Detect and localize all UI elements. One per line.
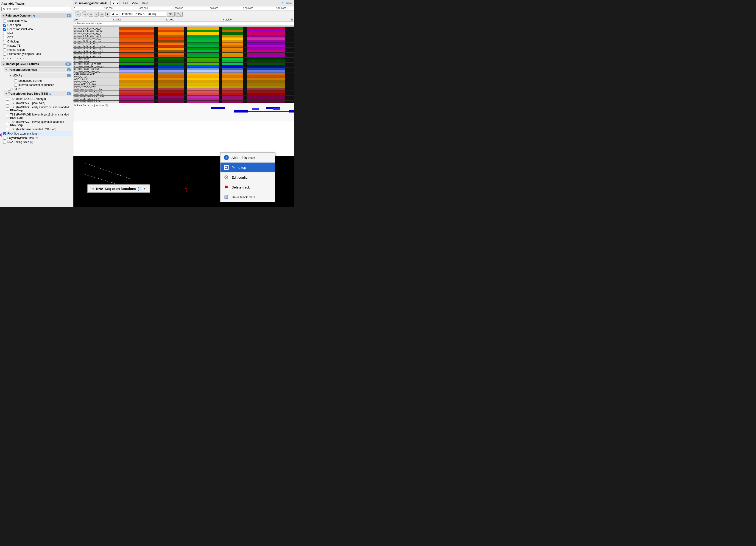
color-block — [247, 83, 285, 85]
triangle-icon5: ▼ — [5, 92, 7, 95]
zoom-out2-button[interactable]: − — [94, 12, 99, 17]
track-rna-checkbox[interactable] — [3, 32, 6, 35]
share-button[interactable]: ⟳ Share — [282, 2, 292, 5]
color-block — [158, 85, 184, 88]
genome-viewer: D. melanogaster (r6.49) ▼ File View Help… — [73, 0, 294, 207]
track-close-icon[interactable]: ⊗ — [74, 22, 76, 25]
track-natural-te-checkbox[interactable] — [3, 44, 6, 47]
track-tss-modencode-checkbox[interactable] — [6, 98, 9, 101]
track-btn-arrow-icon: ▼ — [143, 187, 146, 190]
color-block — [247, 70, 285, 73]
color-block — [119, 70, 154, 73]
track-seq-cdna: Sequenced cDNAs — [12, 79, 72, 83]
color-block — [247, 32, 285, 35]
track-poly-checkbox[interactable] — [3, 137, 6, 140]
color-block — [158, 80, 184, 83]
rna-editing-help-link[interactable]: [?] — [30, 141, 33, 143]
track-btn-close-icon[interactable]: ⊗ — [91, 187, 94, 190]
menu-item-delete[interactable]: ✖ Delete track — [220, 182, 275, 192]
track-inferred-label: Inferred transcript sequences — [18, 83, 54, 87]
tss-help-link[interactable]: [?] — [49, 92, 52, 95]
est-help-link[interactable]: [?] — [18, 88, 21, 90]
color-block — [222, 101, 243, 103]
menu-item-edit[interactable]: Edit config — [220, 172, 275, 182]
color-block — [187, 88, 219, 90]
heatmap-row-data — [119, 42, 294, 45]
color-block — [158, 55, 184, 57]
color-block — [247, 47, 285, 50]
heatmap-row-data — [119, 47, 294, 50]
menu-view[interactable]: View — [132, 1, 138, 5]
genome-version-select[interactable]: ▼ — [110, 1, 120, 5]
track-btn-help-link[interactable]: [?] — [138, 187, 142, 190]
section-cdna[interactable]: ▼ cDNA [?] 2 — [9, 73, 72, 78]
heatmap-row: embryos_16-18_hr_after_egg_ — [73, 47, 294, 50]
track-gene-transcript-checkbox[interactable] — [3, 28, 6, 31]
track-repeat-region-checkbox[interactable] — [3, 48, 6, 51]
red-arrow-icon: ↑ — [182, 184, 190, 196]
track-nucleotide-checkbox[interactable] — [3, 20, 6, 22]
heatmap-row: adult_female_eclosion_+_5_ — [73, 98, 294, 101]
reference-genome-help-link[interactable]: [?] — [31, 14, 35, 17]
zoom-in-button[interactable]: + — [100, 12, 104, 17]
tools-button[interactable]: 🔧 — [176, 12, 183, 17]
filter-input-container[interactable]: ✕ — [1, 7, 72, 11]
track-gene-span-checkbox[interactable] — [3, 24, 6, 27]
menu-file[interactable]: File — [123, 1, 128, 5]
color-block — [222, 32, 243, 35]
track-orthologs-checkbox[interactable] — [3, 40, 6, 43]
heatmap-row: adult_female_eclosion_+_1_day — [73, 95, 294, 98]
filter-clear-icon[interactable]: ✕ — [3, 7, 5, 11]
track-est-checkbox[interactable] — [8, 88, 11, 91]
section-transcript-level[interactable]: ▼ Transcript Level Features 12 — [1, 61, 72, 66]
section-transcript-sequences[interactable]: ▼ Transcript Sequences 3 — [4, 67, 72, 72]
nav-back-button[interactable]: ← — [75, 11, 81, 17]
section-reference-genome[interactable]: ▼ Reference Genome [?] 9 — [1, 13, 72, 18]
tracks-area[interactable]: ⊗ Developmental stages embryos_0-2_hr_af… — [73, 22, 294, 156]
menu-help[interactable]: Help — [142, 1, 148, 5]
color-block — [187, 68, 219, 70]
cdna-help-link[interactable]: [?] — [21, 74, 25, 77]
color-block — [222, 27, 243, 30]
track-seq-cdna-checkbox[interactable] — [14, 79, 17, 82]
color-block — [158, 75, 184, 78]
color-block — [247, 55, 285, 57]
go-button[interactable]: Go — [167, 12, 175, 17]
zoom-multiplier[interactable]: 41235 — [111, 12, 119, 17]
rna-seq-help-link[interactable]: [?] — [105, 104, 108, 107]
heatmap-container: embryos_0-2_hr_after_egg_lembryos_2-4_hr… — [73, 25, 294, 103]
poly-help-link[interactable]: [?] — [35, 137, 38, 139]
track-cytological-checkbox[interactable] — [3, 53, 6, 56]
zoom-out-button[interactable]: − — [89, 12, 93, 17]
track-cds-checkbox[interactable] — [3, 36, 6, 39]
track-inferred: Inferred transcript sequences — [12, 83, 72, 87]
track-rna-editing-checkbox[interactable] — [3, 141, 6, 144]
track-tss-rampage-larva-checkbox[interactable] — [6, 122, 9, 125]
menu-item-save[interactable]: Save track data — [220, 192, 275, 202]
track-nucleotide-label: Nucleotide View — [7, 19, 27, 22]
heatmap-row-data — [119, 70, 294, 73]
filter-tracks-input[interactable] — [6, 7, 71, 11]
menu-item-about[interactable]: ? About this track — [220, 153, 275, 162]
track-tss-machibase-checkbox[interactable] — [6, 128, 9, 131]
track-tss-rampage-early-checkbox[interactable] — [6, 107, 9, 110]
color-block — [247, 27, 285, 30]
color-block — [187, 70, 219, 73]
track-rna-editing-label: RNA Editing Sites — [7, 140, 29, 144]
coord-input[interactable] — [120, 12, 166, 17]
track-dropdown-button[interactable]: ⊗ RNA-Seq exon junctions [?] ▼ — [87, 184, 150, 193]
color-block — [187, 65, 219, 67]
rna-seq-close-icon[interactable]: ⊗ — [74, 104, 76, 107]
track-tss-rampage-peak-checkbox[interactable] — [6, 102, 9, 105]
color-block — [247, 50, 285, 52]
menu-item-pin[interactable]: Pin to top — [220, 162, 275, 172]
section-tss[interactable]: ▼ Transcription Start Sites (TSS) [?] 6 — [4, 91, 72, 96]
track-rnaseq-checkbox[interactable] — [3, 132, 6, 135]
zoom-in2-button[interactable]: + — [105, 12, 110, 17]
track-inferred-checkbox[interactable] — [14, 84, 17, 87]
nav-forward-button[interactable]: → — [82, 11, 88, 17]
track-tss-rampage-late-checkbox[interactable] — [6, 115, 9, 118]
track-cds-label: CDS — [7, 36, 13, 39]
sub-ruler-label-61: 61 — [291, 18, 293, 21]
rnaseq-help-link[interactable]: [?] — [39, 132, 41, 135]
